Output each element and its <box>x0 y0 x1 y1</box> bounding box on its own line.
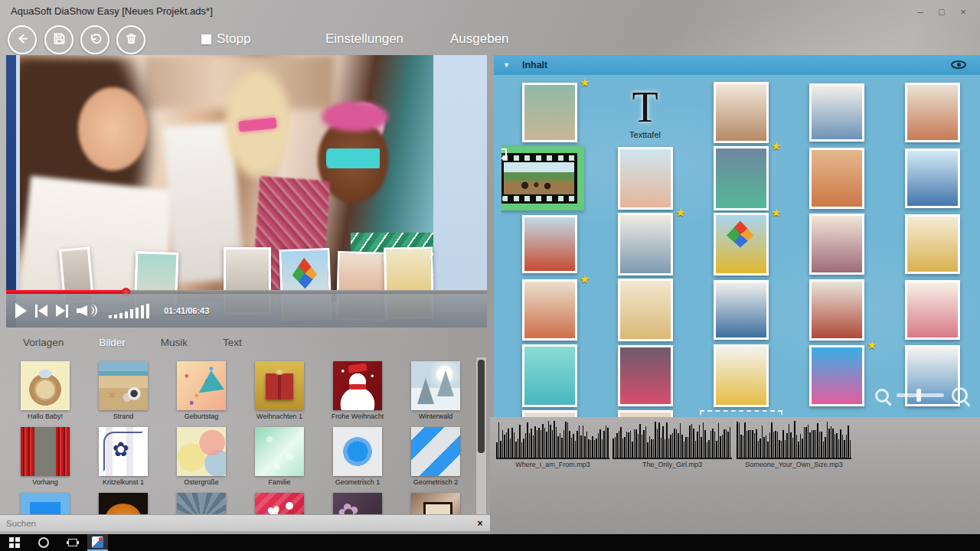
zoom-slider-thumb[interactable] <box>916 389 921 402</box>
content-photo-item[interactable]: ★ <box>522 83 577 142</box>
content-photo-item[interactable] <box>905 280 960 340</box>
template-thumbnail <box>333 361 382 410</box>
undo-arrow-icon <box>89 32 102 48</box>
audio-track[interactable]: Someone_Your_Own_Size.mp3 <box>737 419 851 468</box>
template-item[interactable]: Geometrisch 1 <box>318 427 397 493</box>
content-photo-item[interactable] <box>618 410 673 417</box>
template-item[interactable]: Vorhang <box>6 427 84 493</box>
zoom-in-icon[interactable] <box>952 387 968 403</box>
undo-button[interactable] <box>80 25 109 54</box>
audio-track[interactable]: Where_I_am_From.mp3 <box>496 419 609 468</box>
trash-icon <box>125 32 138 48</box>
template-item[interactable]: Weihnachten 1 <box>240 361 318 427</box>
content-photo-item[interactable]: ★ <box>809 345 864 406</box>
template-item[interactable]: Geometrisch 2 <box>397 427 475 493</box>
clear-search-icon[interactable]: × <box>470 518 490 529</box>
template-scrollbar-thumb[interactable] <box>478 360 485 453</box>
template-item[interactable]: Hallo Baby! <box>6 361 84 427</box>
photo-thumbnail <box>905 214 960 274</box>
play-button[interactable] <box>15 303 27 318</box>
start-button[interactable] <box>0 534 29 551</box>
tab-vorlagen[interactable]: Vorlagen <box>23 337 64 348</box>
content-photo-item[interactable] <box>522 344 577 407</box>
template-thumbnail <box>177 361 226 410</box>
template-thumbnail <box>21 361 70 410</box>
stop-icon <box>201 34 211 44</box>
selection-checkbox[interactable] <box>501 148 507 159</box>
content-photo-item[interactable] <box>809 279 864 341</box>
content-photo-item[interactable] <box>522 410 577 417</box>
template-label: Geometrisch 1 <box>335 478 381 486</box>
content-photo-item[interactable]: ★ <box>714 213 769 276</box>
template-thumbnail <box>177 427 226 476</box>
content-photo-item[interactable] <box>714 344 769 407</box>
photo-thumbnail <box>714 344 769 407</box>
zoom-out-icon[interactable] <box>875 389 889 403</box>
stop-button[interactable]: Stopp <box>201 31 250 47</box>
content-photo-item[interactable]: ★ <box>522 279 577 341</box>
delete-button[interactable] <box>116 25 145 54</box>
minimize-button[interactable]: – <box>910 6 931 18</box>
content-photo-item[interactable] <box>618 345 673 406</box>
tab-text[interactable]: Text <box>223 337 242 348</box>
output-button[interactable]: Ausgeben <box>450 31 509 47</box>
content-photo-item[interactable] <box>809 148 864 209</box>
content-photo-item[interactable] <box>905 83 960 142</box>
texttafel-label: Texttafel <box>629 130 661 139</box>
tab-bilder[interactable]: Bilder <box>99 337 126 348</box>
save-button[interactable] <box>44 25 74 54</box>
zoom-slider[interactable] <box>897 393 944 397</box>
volume-icon[interactable] <box>77 303 97 318</box>
search-input[interactable] <box>0 518 470 529</box>
content-photo-item[interactable] <box>809 83 864 142</box>
template-label: Geometrisch 2 <box>413 478 459 486</box>
settings-button[interactable]: Einstellungen <box>325 31 403 47</box>
visibility-eye-icon[interactable] <box>951 60 966 69</box>
content-photo-item[interactable] <box>905 148 960 208</box>
template-thumbnail <box>255 427 304 476</box>
template-item[interactable]: Frohe Weihnacht <box>318 361 397 427</box>
windows-logo-icon <box>9 537 20 548</box>
volume-meter[interactable] <box>109 303 149 318</box>
content-photo-item[interactable]: ★ <box>618 213 673 276</box>
maximize-button[interactable]: □ <box>931 6 952 18</box>
content-text-item[interactable]: T Texttafel <box>629 86 661 139</box>
photo-thumbnail <box>714 213 769 276</box>
template-item[interactable]: Strand <box>84 361 162 427</box>
thumbnail-zoom-control <box>875 387 968 403</box>
photo-thumbnail <box>618 279 673 341</box>
cortana-button[interactable] <box>29 534 58 551</box>
next-button[interactable] <box>56 305 68 318</box>
previous-button[interactable] <box>35 305 47 318</box>
close-button[interactable]: × <box>952 6 974 18</box>
content-photo-item[interactable] <box>714 280 769 340</box>
content-panel-header[interactable]: ▼ Inhalt <box>494 55 980 75</box>
audio-track[interactable]: The_Only_Girl.mp3 <box>612 419 732 468</box>
template-item[interactable]: Kritzelkunst 1 <box>84 427 162 493</box>
content-photo-item[interactable] <box>714 82 769 143</box>
audio-track-label: Someone_Your_Own_Size.mp3 <box>737 461 851 468</box>
content-photo-item[interactable] <box>905 214 960 274</box>
task-view-button[interactable] <box>58 534 87 551</box>
content-photo-item[interactable] <box>618 147 673 210</box>
photo-thumbnail <box>714 82 769 143</box>
template-item[interactable]: Familie <box>240 427 318 493</box>
content-photo-item[interactable] <box>809 214 864 275</box>
collapse-triangle-icon[interactable]: ▼ <box>503 61 510 69</box>
content-photo-item[interactable] <box>522 215 577 273</box>
back-button[interactable] <box>8 25 37 54</box>
content-photo-item[interactable] <box>618 279 673 341</box>
texttafel-icon: T <box>632 86 658 128</box>
taskbar-diashow-app[interactable] <box>87 534 108 551</box>
template-item[interactable]: Winterwald <box>397 361 475 427</box>
tab-musik[interactable]: Musik <box>161 337 188 348</box>
content-video-item-selected[interactable] <box>501 146 584 210</box>
content-photo-item[interactable]: ★ <box>714 146 769 210</box>
template-item[interactable]: Geburtstag <box>162 361 240 427</box>
template-item[interactable]: Ostergrüße <box>162 427 240 493</box>
taskbar <box>0 534 980 551</box>
diashow-app-icon <box>92 536 103 548</box>
template-thumbnail <box>411 427 460 476</box>
time-display: 01:41/06:43 <box>164 306 209 315</box>
back-arrow-icon <box>16 32 29 48</box>
